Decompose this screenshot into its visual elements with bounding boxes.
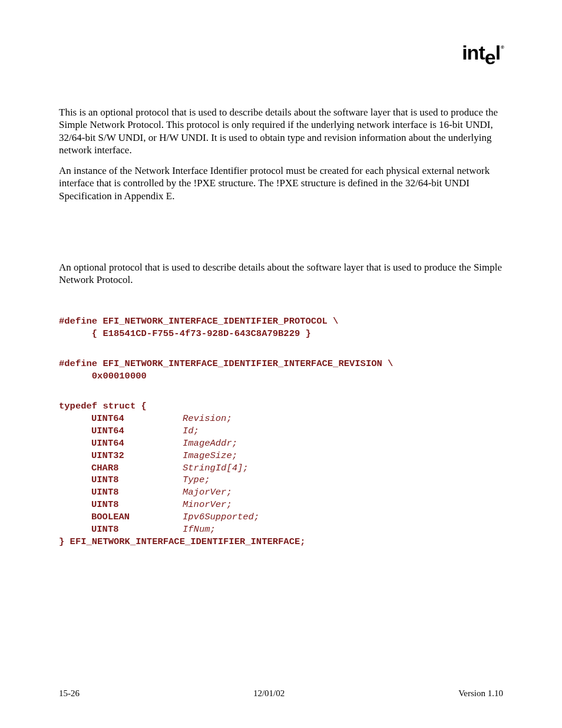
page-footer: 15-26 12/01/02 Version 1.10	[59, 689, 503, 699]
struct-field: UINT8MinorVer;	[59, 499, 503, 511]
intel-logo: intel®	[462, 41, 503, 64]
struct-field: UINT8MajorVer;	[59, 486, 503, 499]
struct-field: UINT64Revision;	[59, 413, 503, 425]
struct-field: UINT32ImageSize;	[59, 450, 503, 462]
struct-definition: typedef struct { UINT64Revision;UINT64Id…	[59, 400, 503, 548]
define-interface-revision: #define EFI_NETWORK_INTERFACE_IDENTIFIER…	[59, 358, 503, 383]
struct-field: CHAR8StringId[4];	[59, 462, 503, 475]
summary-paragraph: An optional protocol that is used to des…	[59, 261, 503, 286]
struct-field: UINT64ImageAddr;	[59, 437, 503, 450]
footer-page-number: 15-26	[59, 689, 80, 699]
intro-paragraph-1: This is an optional protocol that is use…	[59, 106, 503, 156]
struct-field: UINT8Type;	[59, 474, 503, 486]
struct-field: BOOLEANIpv6Supported;	[59, 511, 503, 523]
define-protocol-guid: #define EFI_NETWORK_INTERFACE_IDENTIFIER…	[59, 315, 503, 340]
struct-field: UINT64Id;	[59, 425, 503, 437]
footer-version: Version 1.10	[458, 689, 503, 699]
intro-paragraph-2: An instance of the Network Interface Ide…	[59, 164, 503, 202]
footer-date: 12/01/02	[253, 689, 285, 699]
struct-field: UINT8IfNum;	[59, 523, 503, 536]
